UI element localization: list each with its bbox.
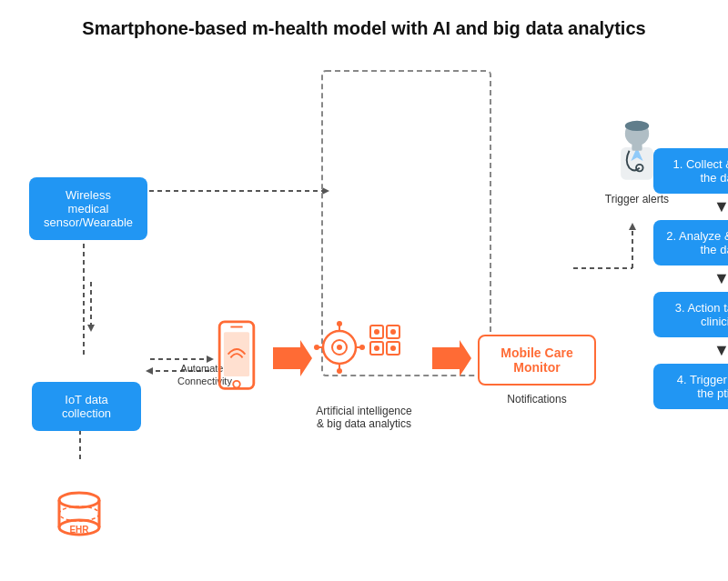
- notifications-text: Notifications: [478, 393, 596, 406]
- svg-point-31: [337, 321, 342, 326]
- flow-box-3: 3. Action taken byclinician: [653, 292, 728, 337]
- svg-marker-4: [322, 187, 329, 195]
- svg-point-47: [625, 121, 649, 131]
- ai-section: Artificial intelligence& big data analyt…: [314, 318, 414, 430]
- svg-point-41: [374, 329, 379, 335]
- ehr-icon: EHR: [50, 486, 109, 545]
- iot-label: IoT datacollection: [32, 382, 141, 431]
- svg-point-43: [374, 346, 379, 351]
- flow-arrow-2: ▼: [713, 269, 728, 288]
- flow-box-4: 4. Trigger alert tothe ptient: [653, 364, 728, 409]
- svg-marker-8: [146, 367, 153, 375]
- flow-box-2: 2. Analyze & processthe data: [653, 220, 728, 265]
- svg-text:EHR: EHR: [69, 525, 89, 535]
- ai-icon: [314, 318, 414, 396]
- flow-arrow-3: ▼: [713, 341, 728, 360]
- doctor-icon: [605, 118, 669, 191]
- arrow-2: [428, 338, 473, 383]
- phone-section: [214, 320, 259, 396]
- trigger-alerts-text: Trigger alerts: [605, 193, 669, 205]
- ai-label: Artificial intelligence& big data analyt…: [314, 405, 414, 430]
- iot-box: IoT datacollection: [32, 327, 141, 431]
- svg-point-34: [359, 345, 365, 350]
- flow-wrapper: 1. Collect & record the data ▼ 2. Analyz…: [323, 68, 487, 86]
- svg-rect-51: [632, 144, 642, 151]
- svg-point-23: [233, 381, 240, 388]
- connectors-svg: [0, 0, 728, 581]
- mobile-care-box: Mobile CareMonitor: [478, 335, 596, 386]
- svg-point-32: [337, 368, 342, 374]
- flow-arrow-1: ▼: [713, 197, 728, 216]
- svg-point-42: [390, 329, 396, 335]
- page-title: Smartphone-based m-health model with AI …: [27, 18, 701, 39]
- svg-marker-25: [273, 340, 312, 376]
- doctor-section: Trigger alerts: [605, 118, 669, 205]
- svg-marker-45: [432, 340, 471, 376]
- svg-point-33: [314, 345, 319, 350]
- mobile-care-section: Mobile CareMonitor Notifications: [478, 335, 596, 406]
- phone-icon: [214, 320, 259, 393]
- ehr-section: EHR: [50, 486, 109, 545]
- svg-marker-12: [629, 223, 636, 230]
- svg-point-15: [59, 493, 99, 507]
- main-container: Smartphone-based m-health model with AI …: [0, 0, 728, 581]
- svg-point-44: [390, 346, 396, 351]
- wireless-box: Wireless medicalsensor/Wearable: [29, 177, 147, 240]
- wireless-label: Wireless medicalsensor/Wearable: [29, 177, 147, 240]
- svg-point-36: [337, 345, 342, 350]
- arrow-1: [268, 338, 314, 383]
